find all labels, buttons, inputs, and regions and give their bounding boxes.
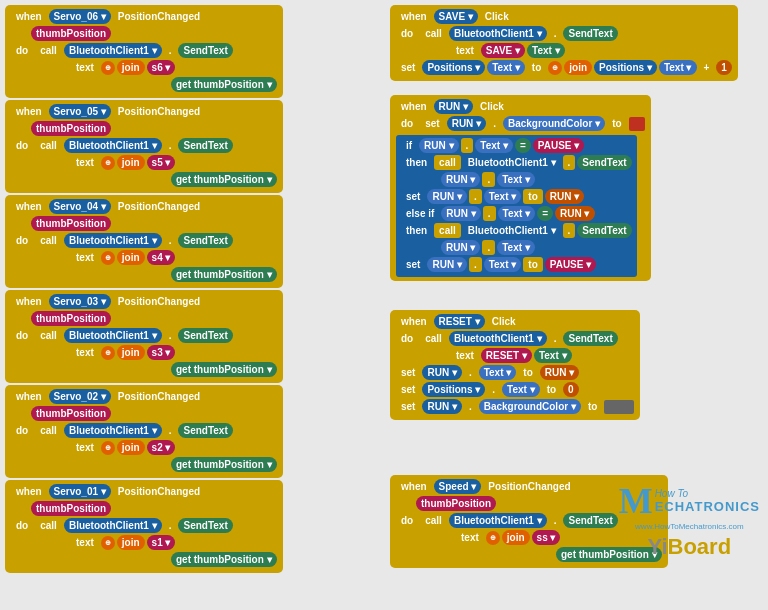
dot-elif: . (483, 206, 496, 221)
pause-if1[interactable]: PAUSE ▾ (533, 138, 585, 153)
run-elif[interactable]: RUN ▾ (441, 206, 480, 221)
run-set[interactable]: RUN ▾ (427, 189, 466, 204)
s6-val[interactable]: s6 ▾ (147, 60, 176, 75)
bt-04[interactable]: BluetoothClient1 ▾ (64, 233, 162, 248)
send-05[interactable]: SendText (178, 138, 232, 153)
zero-val[interactable]: 0 (563, 382, 579, 397)
run-reset[interactable]: RUN ▾ (422, 365, 461, 380)
send-01[interactable]: SendText (178, 518, 232, 533)
send-reset[interactable]: SendText (563, 331, 617, 346)
yi-text: Yi (648, 534, 668, 559)
servo04-label[interactable]: Servo_04 ▾ (49, 199, 111, 214)
run-elif-val[interactable]: RUN ▾ (555, 206, 594, 221)
call-02: call (35, 423, 62, 438)
positions-save[interactable]: Positions ▾ (422, 60, 485, 75)
send-04[interactable]: SendText (178, 233, 232, 248)
bt-03[interactable]: BluetoothClient1 ▾ (64, 328, 162, 343)
text-if1[interactable]: Text ▾ (475, 138, 513, 153)
bt-01[interactable]: BluetoothClient1 ▾ (64, 518, 162, 533)
one-save[interactable]: 1 (716, 60, 732, 75)
run-elif-set[interactable]: RUN ▾ (427, 257, 466, 272)
bt-reset[interactable]: BluetoothClient1 ▾ (449, 331, 547, 346)
get-thumb-04[interactable]: get thumbPosition ▾ (171, 267, 277, 282)
text-elif[interactable]: Text ▾ (498, 206, 536, 221)
text-01: text (71, 535, 99, 550)
bt-save[interactable]: BluetoothClient1 ▾ (449, 26, 547, 41)
gray-color-swatch[interactable] (604, 400, 634, 414)
pos-val-save[interactable]: Positions ▾ (594, 60, 657, 75)
run-reset2[interactable]: RUN ▾ (422, 399, 461, 414)
bt-02[interactable]: BluetoothClient1 ▾ (64, 423, 162, 438)
positions-reset[interactable]: Positions ▾ (422, 382, 485, 397)
send-elif[interactable]: SendText (577, 223, 631, 238)
red-color-swatch[interactable] (629, 117, 645, 131)
join-03[interactable]: join (117, 345, 145, 360)
s2-val[interactable]: s2 ▾ (147, 440, 176, 455)
dot-04: . (164, 233, 177, 248)
send-02[interactable]: SendText (178, 423, 232, 438)
speed-btn-label[interactable]: Speed ▾ (434, 479, 482, 494)
run-reset-val[interactable]: RUN ▾ (540, 365, 579, 380)
bgcolor-run[interactable]: BackgroundColor ▾ (503, 116, 605, 131)
get-thumb-01[interactable]: get thumbPosition ▾ (171, 552, 277, 567)
s4-val[interactable]: s4 ▾ (147, 250, 176, 265)
bgcolor-reset[interactable]: BackgroundColor ▾ (479, 399, 581, 414)
text-val-save[interactable]: Text ▾ (659, 60, 697, 75)
get-thumb[interactable]: get thumbPosition ▾ (171, 77, 277, 92)
send-save[interactable]: SendText (563, 26, 617, 41)
save-val[interactable]: SAVE ▾ (481, 43, 525, 58)
text-run3[interactable]: Text ▾ (484, 189, 522, 204)
join-02[interactable]: join (117, 440, 145, 455)
yiboard-text: YiBoard (619, 534, 760, 560)
ss-val[interactable]: ss ▾ (532, 530, 561, 545)
send-03[interactable]: SendText (178, 328, 232, 343)
run-val[interactable]: RUN ▾ (545, 189, 584, 204)
servo02-label[interactable]: Servo_02 ▾ (49, 389, 111, 404)
join-04[interactable]: join (117, 250, 145, 265)
bt-elif[interactable]: BluetoothClient1 ▾ (463, 223, 561, 238)
text-elif2[interactable]: Text ▾ (497, 240, 535, 255)
pause-elif[interactable]: PAUSE ▾ (545, 257, 597, 272)
join-01[interactable]: join (117, 535, 145, 550)
s3-val[interactable]: s3 ▾ (147, 345, 176, 360)
text-word-save[interactable]: Text ▾ (527, 43, 565, 58)
get-thumb-03[interactable]: get thumbPosition ▾ (171, 362, 277, 377)
bt1-label[interactable]: BluetoothClient1 ▾ (64, 43, 162, 58)
bt-speed[interactable]: BluetoothClient1 ▾ (449, 513, 547, 528)
bt-05[interactable]: BluetoothClient1 ▾ (64, 138, 162, 153)
join-save[interactable]: join (564, 60, 592, 75)
get-thumb-02[interactable]: get thumbPosition ▾ (171, 457, 277, 472)
reset-btn-label[interactable]: RESET ▾ (434, 314, 485, 329)
run-label[interactable]: RUN ▾ (447, 116, 486, 131)
if-run: if (401, 138, 417, 153)
get-thumb-05[interactable]: get thumbPosition ▾ (171, 172, 277, 187)
s5-val[interactable]: s5 ▾ (147, 155, 176, 170)
sendtext-label[interactable]: SendText (178, 43, 232, 58)
servo01-label[interactable]: Servo_01 ▾ (49, 484, 111, 499)
text-elif3[interactable]: Text ▾ (484, 257, 522, 272)
s1-val[interactable]: s1 ▾ (147, 535, 176, 550)
pc-speed: PositionChanged (483, 479, 575, 494)
run-btn-label[interactable]: RUN ▾ (434, 99, 473, 114)
join-speed[interactable]: join (502, 530, 530, 545)
bt-run[interactable]: BluetoothClient1 ▾ (463, 155, 561, 170)
reset-val[interactable]: RESET ▾ (481, 348, 532, 363)
when-01: when (11, 484, 47, 499)
text-run2[interactable]: Text ▾ (497, 172, 535, 187)
text-save2[interactable]: Text ▾ (487, 60, 525, 75)
run-elif-text[interactable]: RUN ▾ (441, 240, 480, 255)
join-btn[interactable]: join (117, 60, 145, 75)
text-reset3[interactable]: Text ▾ (502, 382, 540, 397)
servo05-label[interactable]: Servo_05 ▾ (49, 104, 111, 119)
text-word-reset[interactable]: Text ▾ (534, 348, 572, 363)
send-speed[interactable]: SendText (563, 513, 617, 528)
join-05[interactable]: join (117, 155, 145, 170)
run-text-label[interactable]: RUN ▾ (441, 172, 480, 187)
to-reset1: to (518, 365, 537, 380)
send-run[interactable]: SendText (577, 155, 631, 170)
text-reset2[interactable]: Text ▾ (479, 365, 517, 380)
save-btn-label[interactable]: SAVE ▾ (434, 9, 478, 24)
servo03-label[interactable]: Servo_03 ▾ (49, 294, 111, 309)
run-if1[interactable]: RUN ▾ (419, 138, 458, 153)
servo06-label[interactable]: Servo_06 ▾ (49, 9, 111, 24)
